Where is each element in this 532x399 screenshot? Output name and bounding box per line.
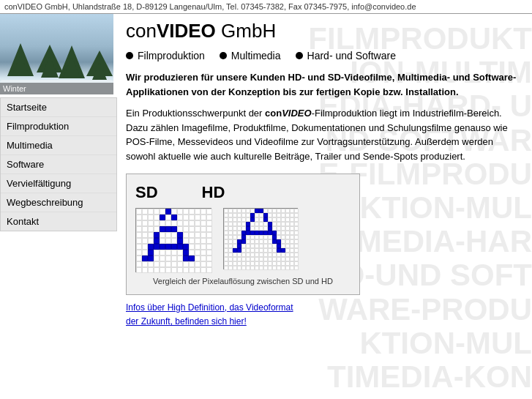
pixel-cell [165,215,171,220]
pixel-cell [160,226,165,232]
pixel-cell [142,256,148,261]
pixel-cell [195,226,201,232]
pixel-cell [148,267,154,273]
pixel-cell [142,220,148,226]
pixel-cell [195,209,201,215]
pixel-cell [148,209,154,215]
nav-kontakt[interactable]: Kontakt [1,212,116,231]
pixel-cell [177,244,183,250]
service-label-3: Hard- und Software [307,50,396,61]
sidebar: Winter Startseite Filmproduktion Multime… [0,14,117,335]
pixel-cell [195,256,201,261]
hd-pixel-grid [223,208,298,269]
main-wrapper: Winter Startseite Filmproduktion Multime… [0,14,532,335]
pixel-cell [183,220,189,226]
pixel-cell [201,267,206,273]
pixel-cell [160,220,165,226]
hd-link-anchor[interactable]: Infos über High Definition, das Videofor… [126,302,293,327]
pixel-cell [148,226,154,232]
pixel-cell [201,232,206,238]
pixel-cell [171,220,177,226]
pixel-cell [189,256,195,261]
pixel-cell [160,261,165,267]
pixel-cell [189,244,195,250]
pixel-cell [160,232,165,238]
pixel-cell [171,250,177,256]
pixel-cell [160,238,165,244]
service-filmproduktion: Filmproduktion [126,50,205,61]
pixel-cell [165,226,171,232]
sd-label: SD [135,183,158,202]
pixel-cell [201,220,206,226]
pixel-cell [189,238,195,244]
bullet-icon-2 [220,52,227,59]
pixel-cell [148,215,154,220]
pixel-cell [201,256,206,261]
pixel-cell [201,250,206,256]
nav-multimedia[interactable]: Multimedia [1,136,116,155]
pixel-cell [189,220,195,226]
pixel-cell [154,250,160,256]
pixel-cell [136,261,142,267]
pixel-cell [206,250,212,256]
pixel-cell [160,250,165,256]
pixel-cell [177,256,183,261]
pixel-cell [142,250,148,256]
pixel-cell [195,244,201,250]
pixel-cell [189,261,195,267]
comparison-header: SD HD [135,183,351,202]
pixel-cell [154,238,160,244]
pixel-cell [148,220,154,226]
pixel-cell [136,267,142,273]
pixel-cell [177,250,183,256]
pixel-cell [195,215,201,220]
pixel-cell [136,215,142,220]
pixel-cell [183,232,189,238]
pixel-cell [165,232,171,238]
pixel-cell [201,209,206,215]
pixel-cell [165,244,171,250]
pixel-cell [142,244,148,250]
pixel-cell [195,250,201,256]
pixel-cell [201,244,206,250]
pixel-cell [177,220,183,226]
nav-software[interactable]: Software [1,155,116,174]
pixel-cell [136,250,142,256]
pixel-cell [136,256,142,261]
pixel-cell [206,244,212,250]
pixel-cell [177,209,183,215]
tree-icon [7,43,34,76]
pixel-cell [177,232,183,238]
nav-vervielfaeltigung[interactable]: Vervielfältigung [1,174,116,193]
bullet-icon-1 [126,52,133,59]
pixel-cell [154,244,160,250]
pixel-cell [183,256,189,261]
pixel-cell [142,261,148,267]
pixel-cell [195,220,201,226]
pixel-cell [189,232,195,238]
pixel-cell [177,215,183,220]
pixel-cell [148,232,154,238]
nav-wegbeschreibung[interactable]: Wegbeschreibung [1,193,116,212]
hd-grid-container [223,208,298,269]
pixel-cell [189,250,195,256]
detail-body: Ein Produktionsschwerpunkt der conVIDEO-… [126,108,508,162]
pixel-cell [148,238,154,244]
nav-startseite[interactable]: Startseite [1,98,116,117]
pixel-cell [189,215,195,220]
pixel-grids [135,208,351,272]
pixel-cell [160,215,165,220]
service-software: Hard- und Software [296,50,396,61]
tree-icon-4 [86,51,113,76]
pixel-cell [183,267,189,273]
pixel-cell [160,244,165,250]
title-brand: VIDEO [157,20,216,42]
pixel-cell [201,261,206,267]
pixel-cell [195,267,201,273]
pixel-cell [165,220,171,226]
pixel-cell [136,220,142,226]
nav-filmproduktion[interactable]: Filmproduktion [1,117,116,136]
pixel-cell [183,209,189,215]
pixel-cell [183,238,189,244]
pixel-cell [171,226,177,232]
